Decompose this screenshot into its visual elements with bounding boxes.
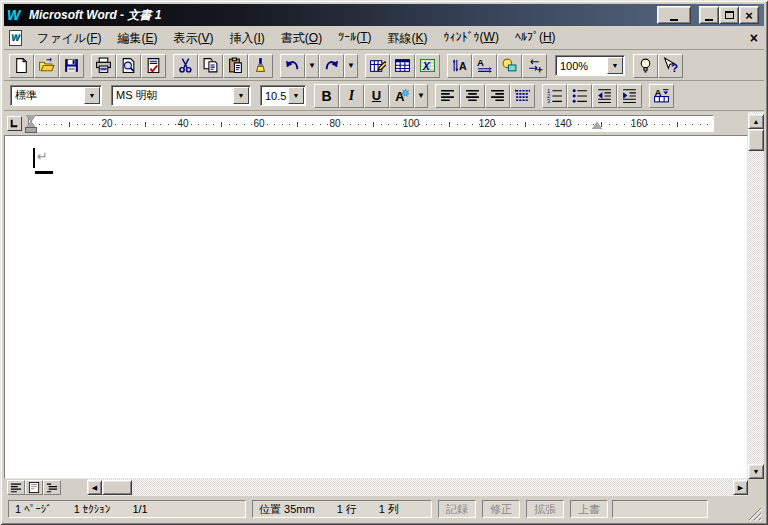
mode-拡張[interactable]: 拡張 xyxy=(526,500,564,518)
left-tab-icon xyxy=(8,117,21,130)
menu-item-4[interactable]: 書式(O) xyxy=(273,27,330,50)
mode-修正[interactable]: 修正 xyxy=(482,500,520,518)
mode-上書[interactable]: 上書 xyxy=(570,500,608,518)
vertical-text-button[interactable]: A xyxy=(447,54,472,78)
scroll-up-button[interactable]: ▲ xyxy=(748,114,764,129)
style-combobox[interactable]: 標準▼ xyxy=(10,85,102,106)
scroll-left-button[interactable]: ◀ xyxy=(87,480,102,495)
horizontal-scrollbar[interactable]: ◀ ▶ xyxy=(87,479,748,496)
format-painter-button[interactable] xyxy=(248,54,273,78)
word-app-icon: W xyxy=(7,7,25,23)
minimize-button[interactable] xyxy=(699,6,719,24)
ruler-number: 40 xyxy=(177,118,188,129)
font-dropdown-icon[interactable]: ▼ xyxy=(233,87,249,104)
page-number: 1 ﾍﾟｰｼﾞ xyxy=(15,503,52,515)
excel-worksheet-button[interactable]: X xyxy=(415,54,440,78)
spelling-button[interactable] xyxy=(141,54,166,78)
document-icon[interactable]: W xyxy=(8,30,25,47)
ruler-dot xyxy=(312,124,313,125)
undo-button[interactable] xyxy=(280,54,305,78)
align-center-button[interactable] xyxy=(460,84,485,108)
distribute-button[interactable] xyxy=(510,84,535,108)
maximize-button[interactable] xyxy=(719,6,739,24)
outline-view-button[interactable] xyxy=(43,480,61,495)
draw-table-button[interactable] xyxy=(365,54,390,78)
font-size-dropdown-icon[interactable]: ▼ xyxy=(288,87,304,104)
font-combobox[interactable]: MS 明朝▼ xyxy=(111,85,251,106)
vertical-scroll-thumb[interactable] xyxy=(748,129,764,151)
ruler-dot xyxy=(168,124,169,125)
document-area[interactable]: ↵ xyxy=(4,135,748,479)
font-size-combobox[interactable]: 10.5▼ xyxy=(260,85,306,106)
minimize-wide-button[interactable] xyxy=(657,6,691,24)
redo-dropdown[interactable]: ▼ xyxy=(344,54,358,78)
font-effects-dropdown[interactable]: ▼ xyxy=(414,84,428,108)
tab-selector-button[interactable] xyxy=(7,116,22,131)
undo-dropdown[interactable]: ▼ xyxy=(305,54,319,78)
ruler-tick xyxy=(69,122,70,127)
left-indent-box[interactable] xyxy=(26,128,36,132)
cut-button[interactable] xyxy=(173,54,198,78)
ruler-dot xyxy=(350,124,351,125)
increase-indent-button[interactable] xyxy=(617,84,642,108)
decrease-indent-button[interactable] xyxy=(592,84,617,108)
left-indent-marker[interactable] xyxy=(26,121,36,128)
scroll-down-button[interactable]: ▼ xyxy=(748,464,764,479)
help-pointer-button[interactable]: ? xyxy=(658,54,683,78)
bulleted-list-button[interactable] xyxy=(567,84,592,108)
formatting-marks-button[interactable] xyxy=(522,54,547,78)
scroll-right-button[interactable]: ▶ xyxy=(733,480,748,495)
align-left-button[interactable] xyxy=(435,84,460,108)
style-dropdown-icon[interactable]: ▼ xyxy=(84,87,100,104)
ruler-dot xyxy=(616,124,617,125)
numbered-list-button[interactable]: 123 xyxy=(542,84,567,108)
open-button[interactable] xyxy=(34,54,59,78)
tip-wizard-button[interactable] xyxy=(633,54,658,78)
save-button[interactable] xyxy=(59,54,84,78)
underline-button[interactable]: U xyxy=(364,84,389,108)
character-border-button[interactable]: A xyxy=(649,84,674,108)
redo-button[interactable] xyxy=(319,54,344,78)
align-right-button[interactable] xyxy=(485,84,510,108)
horizontal-scroll-thumb[interactable] xyxy=(102,480,132,495)
minimize-icon xyxy=(670,19,678,21)
paste-button[interactable] xyxy=(223,54,248,78)
resize-grip[interactable] xyxy=(746,505,762,521)
ruler-dot xyxy=(160,124,161,125)
zoom-combobox[interactable]: 100%▼ xyxy=(555,55,625,76)
italic-button[interactable]: I xyxy=(339,84,364,108)
copy-button[interactable] xyxy=(198,54,223,78)
horizontal-text-button[interactable]: A xyxy=(472,54,497,78)
ruler-dot xyxy=(700,124,701,125)
menu-item-7[interactable]: ｳｨﾝﾄﾞｳ(W) xyxy=(436,27,507,50)
menu-item-2[interactable]: 表示(V) xyxy=(165,27,221,50)
menu-item-6[interactable]: 罫線(K) xyxy=(380,27,436,50)
ruler-dot xyxy=(502,124,503,125)
toolbar-separator xyxy=(166,54,173,78)
print-button[interactable] xyxy=(91,54,116,78)
right-indent-marker[interactable] xyxy=(592,122,602,129)
bold-button[interactable]: B xyxy=(314,84,339,108)
document-close-icon[interactable]: × xyxy=(750,31,758,45)
zoom-dropdown-icon[interactable]: ▼ xyxy=(607,57,623,74)
mode-記録[interactable]: 記録 xyxy=(438,500,476,518)
print-preview-button[interactable] xyxy=(116,54,141,78)
menu-item-8[interactable]: ﾍﾙﾌﾟ(H) xyxy=(507,27,564,50)
horizontal-scrollbar-row: ◀ ▶ xyxy=(4,479,748,496)
menu-item-5[interactable]: ﾂｰﾙ(T) xyxy=(330,27,379,50)
page-layout-view-button[interactable] xyxy=(25,480,43,495)
vertical-scrollbar[interactable]: ▲ ▼ xyxy=(748,112,764,479)
menu-item-3[interactable]: 挿入(I) xyxy=(222,27,273,50)
new-document-button[interactable] xyxy=(9,54,34,78)
insert-table-button[interactable] xyxy=(390,54,415,78)
ruler-dot xyxy=(39,124,40,125)
menu-item-0[interactable]: ファイル(F) xyxy=(29,27,109,50)
close-button[interactable]: × xyxy=(739,6,759,24)
svg-text:A: A xyxy=(477,57,484,68)
drawing-button[interactable] xyxy=(497,54,522,78)
normal-view-button[interactable] xyxy=(7,480,25,495)
ruler-dot xyxy=(464,124,465,125)
ruler-dot xyxy=(434,124,435,125)
font-effects-button[interactable]: A xyxy=(389,84,414,108)
menu-item-1[interactable]: 編集(E) xyxy=(109,27,165,50)
